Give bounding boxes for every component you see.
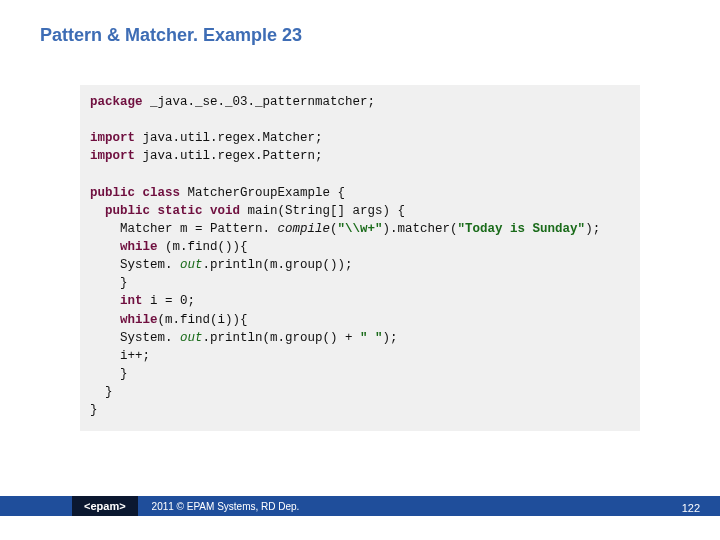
keyword-package: package: [90, 95, 143, 109]
main-signature: main(String[] args) {: [240, 204, 405, 218]
keyword-class: class: [135, 186, 180, 200]
code-text: }: [90, 403, 98, 417]
keyword-void: void: [203, 204, 241, 218]
code-text: System.: [90, 331, 173, 345]
code-text: System.: [90, 258, 173, 272]
code-text: Matcher m = Pattern.: [90, 222, 270, 236]
keyword-static: static: [150, 204, 203, 218]
import-1: java.util.regex.Matcher;: [135, 131, 323, 145]
copyright-text: 2011 © EPAM Systems, RD Dep.: [152, 501, 300, 512]
keyword-public: public: [90, 186, 135, 200]
class-decl: MatcherGroupExample {: [180, 186, 345, 200]
method-compile: compile: [270, 222, 330, 236]
keyword-import: import: [90, 149, 135, 163]
import-2: java.util.regex.Pattern;: [135, 149, 323, 163]
code-text: );: [383, 331, 398, 345]
string-regex: "\\w+": [338, 222, 383, 236]
field-out: out: [173, 258, 203, 272]
code-text: .println(m.group() +: [203, 331, 361, 345]
keyword-int: int: [120, 294, 143, 308]
keyword-public: public: [105, 204, 150, 218]
keyword-while: while: [120, 240, 158, 254]
package-name: _java._se._03._patternmatcher;: [143, 95, 376, 109]
code-text: }: [90, 367, 128, 381]
code-text: (: [330, 222, 338, 236]
code-text: );: [585, 222, 600, 236]
code-text: .println(m.group());: [203, 258, 353, 272]
code-text: i++;: [90, 349, 150, 363]
code-block: package _java._se._03._patternmatcher; i…: [80, 85, 640, 431]
code-text: }: [90, 276, 128, 290]
field-out: out: [173, 331, 203, 345]
slide-title: Pattern & Matcher. Example 23: [40, 25, 302, 46]
string-today: "Today is Sunday": [458, 222, 586, 236]
code-text: }: [90, 385, 113, 399]
code-text: (m.find()){: [158, 240, 248, 254]
string-space: " ": [360, 331, 383, 345]
code-text: i = 0;: [143, 294, 196, 308]
keyword-while: while: [120, 313, 158, 327]
keyword-import: import: [90, 131, 135, 145]
slide: Pattern & Matcher. Example 23 package _j…: [0, 0, 720, 540]
page-number: 122: [682, 502, 700, 514]
epam-logo: <epam>: [72, 496, 138, 516]
footer-bar: <epam> 2011 © EPAM Systems, RD Dep.: [0, 496, 720, 516]
code-text: (m.find(i)){: [158, 313, 248, 327]
code-text: ).matcher(: [383, 222, 458, 236]
